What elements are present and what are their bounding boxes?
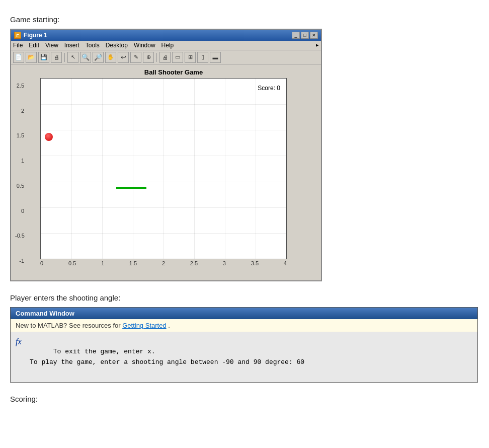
section3-label: Scoring: (10, 395, 479, 403)
x-axis-labels: 0 0.5 1 1.5 2 2.5 3 3.5 4 (40, 260, 287, 266)
figure-title: Figure 1 (24, 32, 47, 39)
toolbar-layout1[interactable]: ▭ (172, 52, 183, 63)
toolbar-print[interactable]: 🖨 (51, 52, 62, 63)
minimize-button[interactable]: _ (292, 32, 300, 39)
grid-v-3 (133, 79, 133, 259)
menu-view[interactable]: View (45, 42, 58, 49)
y-axis-labels: 2.5 2 1.5 1 0.5 0 -0.5 -1 (15, 83, 24, 264)
toolbar-zoom-in[interactable]: 🔍 (80, 52, 91, 63)
toolbar-layout4[interactable]: ▬ (210, 52, 221, 63)
x-label-0_5: 0.5 (68, 260, 76, 266)
plot-title: Ball Shooter Game (30, 68, 317, 76)
section2-label: Player enters the shooting angle: (10, 293, 479, 302)
grid-v-1 (71, 79, 72, 259)
menu-file[interactable]: File (13, 42, 23, 49)
toolbar-layout2[interactable]: ⊞ (185, 52, 196, 63)
y-label-1_5: 1.5 (15, 132, 24, 138)
y-label-2: 2 (15, 108, 24, 114)
grid-v-2 (102, 79, 103, 259)
figure-titlebar: F Figure 1 _ □ ✕ (11, 30, 321, 41)
grid-v-8 (286, 79, 287, 259)
toolbar-new[interactable]: 📄 (13, 52, 24, 63)
y-label-0: 0 (15, 208, 24, 214)
toolbar-sep1 (64, 53, 65, 62)
figure-titlebar-left: F Figure 1 (14, 32, 47, 39)
maximize-button[interactable]: □ (301, 32, 309, 39)
x-label-0: 0 (40, 260, 43, 266)
notice-suffix: . (168, 322, 170, 329)
figure-toolbar: 📄 📂 💾 🖨 ↖ 🔍 🔎 ✋ ↩ ✎ ⊕ 🖨 ▭ ⊞ ▯ ▬ (11, 50, 321, 64)
notice-text: New to MATLAB? See resources for (16, 322, 122, 329)
figure-menubar: File Edit View Insert Tools Desktop Wind… (11, 41, 321, 50)
close-button[interactable]: ✕ (310, 32, 318, 39)
getting-started-link[interactable]: Getting Started (122, 322, 166, 329)
grid-v-4 (164, 79, 164, 259)
y-label-2_5: 2.5 (15, 83, 24, 89)
command-titlebar: Command Window (11, 308, 477, 319)
command-window: Command Window New to MATLAB? See resour… (10, 307, 478, 383)
red-ball (45, 133, 53, 141)
plot-area: Score: 0 (40, 78, 287, 259)
menu-tools[interactable]: Tools (86, 42, 100, 49)
x-label-4: 4 (284, 260, 287, 266)
toolbar-zoom-out[interactable]: 🔎 (93, 52, 104, 63)
command-line1: To exit the game, enter x. (53, 348, 155, 355)
plot-wrapper: Ball Shooter Game 2.5 2 1.5 1 0.5 0 -0.5… (15, 68, 317, 276)
figure-content: Ball Shooter Game 2.5 2 1.5 1 0.5 0 -0.5… (11, 64, 321, 280)
titlebar-controls: _ □ ✕ (292, 32, 318, 39)
section1-label: Game starting: (10, 15, 479, 24)
fx-icon: fx (16, 337, 26, 346)
toolbar-print2[interactable]: 🖨 (159, 52, 171, 63)
x-label-2_5: 2.5 (190, 260, 198, 266)
menu-insert[interactable]: Insert (64, 42, 79, 49)
y-label-1: 1 (15, 158, 24, 164)
green-paddle (116, 187, 146, 189)
grid-v-7 (256, 79, 256, 259)
y-label-neg0_5: -0.5 (15, 233, 24, 239)
menu-desktop[interactable]: Desktop (106, 42, 128, 49)
toolbar-open[interactable]: 📂 (26, 52, 37, 63)
grid-v-5 (194, 79, 195, 259)
toolbar-sep2 (156, 53, 157, 62)
menu-window[interactable]: Window (134, 42, 155, 49)
score-display: Score: 0 (258, 85, 280, 92)
command-line2: To play the game, enter a shooting angle… (30, 358, 304, 366)
figure-window: F Figure 1 _ □ ✕ File Edit View Insert T… (10, 29, 322, 281)
x-label-2: 2 (162, 260, 165, 266)
command-body: fx To exit the game, enter x. To play th… (11, 332, 477, 382)
toolbar-save[interactable]: 💾 (38, 52, 49, 63)
menu-edit[interactable]: Edit (29, 42, 39, 49)
y-label-neg1: -1 (15, 258, 24, 264)
toolbar-pointer[interactable]: ↖ (67, 52, 78, 63)
command-notice: New to MATLAB? See resources for Getting… (11, 319, 477, 332)
toolbar-pan[interactable]: ✋ (105, 52, 116, 63)
grid-v-0 (41, 79, 41, 259)
menu-arrow: ▸ (316, 42, 319, 49)
menu-help[interactable]: Help (161, 42, 174, 49)
x-label-1: 1 (101, 260, 104, 266)
toolbar-rotate[interactable]: ↩ (118, 52, 129, 63)
figure-app-icon: F (14, 32, 21, 39)
grid-v-6 (225, 79, 225, 259)
x-label-3_5: 3.5 (251, 260, 259, 266)
x-label-1_5: 1.5 (129, 260, 137, 266)
toolbar-datacursor[interactable]: ✎ (130, 52, 141, 63)
toolbar-brush[interactable]: ⊕ (143, 52, 154, 63)
x-label-3: 3 (223, 260, 226, 266)
grid-h-7 (41, 259, 286, 259)
command-text-block: To exit the game, enter x. To play the g… (30, 336, 304, 378)
toolbar-layout3[interactable]: ▯ (197, 52, 208, 63)
y-label-0_5: 0.5 (15, 183, 24, 189)
